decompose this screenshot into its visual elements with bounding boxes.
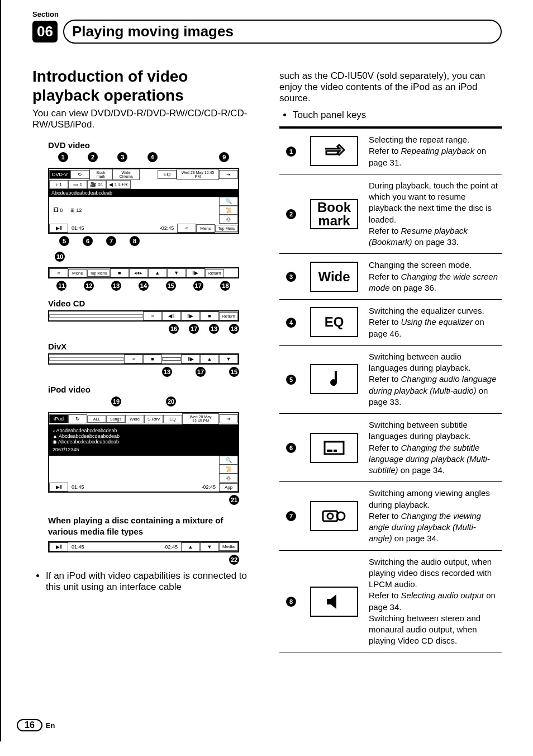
- ipod-scroll-icon[interactable]: 📜: [219, 465, 238, 474]
- row-number: 7: [286, 511, 296, 521]
- angle-icon[interactable]: 🎥 01: [87, 180, 106, 189]
- audio-icon[interactable]: ♪ 1: [49, 180, 68, 189]
- dvd-callout-10: 10: [55, 252, 239, 262]
- divx-down[interactable]: ▼: [219, 355, 238, 363]
- section-label: Section: [32, 10, 502, 18]
- expand-icon[interactable]: »: [49, 268, 68, 277]
- return-btn[interactable]: Return: [205, 269, 224, 277]
- dvd-track-text: Abcdeabcdeabcdeabcdeab: [49, 189, 238, 197]
- ipod-shuffle-all[interactable]: ALL: [87, 415, 106, 423]
- svg-rect-2: [334, 450, 337, 452]
- divx-stop[interactable]: ■: [143, 355, 162, 363]
- back-icon[interactable]: «: [177, 224, 196, 233]
- mixed-play-pause[interactable]: ▶Ⅱ: [49, 542, 68, 551]
- vcd-return[interactable]: Return: [219, 312, 238, 320]
- section-number-badge: 06: [32, 21, 58, 42]
- topmenu-btn[interactable]: Top Menu: [215, 225, 238, 232]
- page-lang: En: [46, 721, 55, 730]
- menu-btn-2[interactable]: Menu: [68, 269, 87, 277]
- speaker-icon[interactable]: ◀ 1 L+R: [106, 180, 131, 189]
- touch-key-icon[interactable]: [310, 364, 358, 394]
- divx-callouts: 131715: [48, 367, 239, 377]
- page-footer: 16 En: [17, 719, 55, 731]
- mixed-media-btn[interactable]: Media: [219, 542, 238, 551]
- search-icon[interactable]: 🔍: [219, 197, 238, 206]
- right-continuation: such as the CD-IU50V (sold separately), …: [279, 70, 502, 104]
- up-btn[interactable]: ▲: [148, 268, 167, 277]
- chapter-header: 06 Playing moving images: [32, 20, 502, 44]
- ipod-app-btn[interactable]: App: [219, 483, 238, 492]
- row-number: 2: [286, 209, 296, 219]
- touch-key-icon[interactable]: Wide: [310, 262, 358, 292]
- figure-label-ipod: iPod video: [48, 385, 255, 394]
- divx-screen: » ■ Ⅱ▶ ▲ ▼: [48, 353, 239, 365]
- subtitle-icon[interactable]: ▭ 1: [68, 180, 87, 189]
- dvd-bottom-callouts: 111213 1415 1718: [48, 281, 239, 291]
- divx-expand-icon[interactable]: »: [124, 355, 143, 363]
- touch-key-desc: Selecting the repeat range.Refer to Repe…: [365, 127, 502, 174]
- slow-fwd-btn[interactable]: Ⅱ▶: [186, 268, 205, 277]
- figure-label-vcd: Video CD: [48, 299, 255, 308]
- mixed-media-note: When playing a disc containing a mixture…: [48, 515, 239, 538]
- touch-key-icon[interactable]: [310, 136, 358, 166]
- touch-key-desc: Switching between subtitle languages dur…: [365, 414, 502, 482]
- ipod-repeat-icon[interactable]: ↻: [68, 414, 87, 423]
- touch-key-icon[interactable]: [310, 501, 358, 531]
- touch-key-desc: Changing the screen mode.Refer to Changi…: [365, 254, 502, 300]
- scroll-icon[interactable]: 📜: [219, 206, 238, 215]
- eq-btn[interactable]: EQ: [158, 170, 177, 179]
- ipod-line2: ▲ Abcdeabcdeabcdeabcdeab: [53, 433, 235, 439]
- camera-icon[interactable]: ◎: [219, 215, 238, 224]
- ipod-wide[interactable]: Wide: [125, 415, 144, 423]
- divx-slow-fwd[interactable]: Ⅱ▶: [181, 355, 200, 363]
- intro-heading: Introduction of video playback operation…: [32, 67, 255, 105]
- ipod-srtrv[interactable]: S.Rtrv: [144, 415, 163, 423]
- touch-panel-table: 1Selecting the repeat range.Refer to Rep…: [279, 126, 502, 653]
- ipod-num: 2067/12345: [53, 447, 235, 452]
- touch-row: 8Switching the audio output, when playin…: [279, 550, 502, 653]
- vcd-expand-icon[interactable]: »: [143, 311, 162, 320]
- figure-label-dvd: DVD video: [48, 140, 255, 150]
- wide-btn[interactable]: Wide Cinema: [112, 169, 140, 180]
- ipod-camera-icon[interactable]: ◎: [219, 474, 238, 483]
- bookmark-btn[interactable]: Book mark: [89, 169, 112, 180]
- ipod-callout-21: 21: [48, 495, 239, 505]
- ipod-play-pause[interactable]: ▶Ⅱ: [49, 483, 68, 492]
- ipod-line3: ◉ Abcdeabcdeabcdeabcdeab: [53, 439, 235, 445]
- ipod-top-callouts: 1920: [48, 396, 239, 407]
- mixed-up[interactable]: ▲: [181, 542, 200, 551]
- ipod-source: iPod: [49, 414, 68, 423]
- dvd-source: DVD-V: [49, 170, 70, 179]
- svg-rect-1: [327, 450, 332, 452]
- close-icon[interactable]: ⇥: [219, 170, 238, 179]
- stop-btn[interactable]: ■: [110, 268, 129, 277]
- row-number: 5: [286, 375, 296, 385]
- touch-key-desc: Switching the audio output, when playing…: [365, 550, 502, 653]
- touch-row: 2BookmarkDuring playback, touch the poin…: [279, 174, 502, 254]
- svg-rect-0: [325, 442, 344, 454]
- play-pause-btn[interactable]: ▶Ⅱ: [49, 224, 68, 233]
- ipod-shuffle-songs[interactable]: Songs: [106, 415, 125, 423]
- ipod-eq[interactable]: EQ: [163, 415, 182, 423]
- row-number: 1: [286, 147, 296, 157]
- menu-btn[interactable]: Menu: [196, 224, 215, 233]
- vcd-stop[interactable]: ■: [200, 311, 219, 320]
- arrows-icon[interactable]: ◂♦▸: [129, 268, 148, 277]
- mixed-down[interactable]: ▼: [200, 542, 219, 551]
- chapter-title: Playing moving images: [72, 23, 234, 40]
- touch-key-icon[interactable]: EQ: [310, 307, 358, 337]
- divx-up[interactable]: ▲: [200, 355, 219, 363]
- left-bullet-1: If an iPod with video capabilities is co…: [46, 570, 255, 593]
- topmenu-btn-2[interactable]: Top Menu: [87, 270, 110, 277]
- repeat-icon[interactable]: ↻: [70, 170, 89, 179]
- down-btn[interactable]: ▼: [167, 268, 186, 277]
- ipod-close-icon[interactable]: ⇥: [219, 414, 238, 423]
- touch-key-icon[interactable]: [310, 433, 358, 463]
- touch-key-icon[interactable]: Bookmark: [310, 199, 358, 229]
- vcd-slow-rev[interactable]: ◀Ⅱ: [162, 311, 181, 320]
- ipod-clock: Wed 28 May 12:45 PM: [182, 413, 219, 424]
- vcd-slow-fwd[interactable]: Ⅱ▶: [181, 311, 200, 320]
- ipod-search-icon[interactable]: 🔍: [219, 456, 238, 465]
- touch-key-icon[interactable]: [310, 587, 358, 617]
- row-number: 8: [286, 597, 296, 607]
